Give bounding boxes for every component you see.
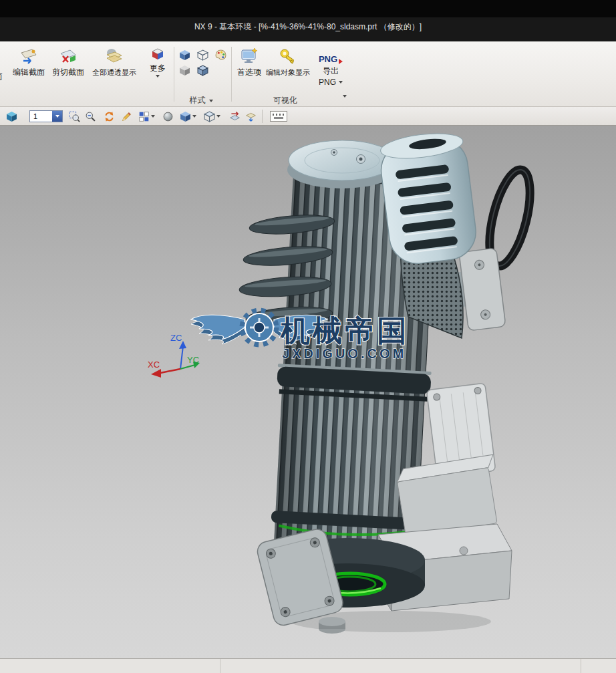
wireframe-view-caret[interactable] <box>216 115 220 118</box>
coordinate-triad: ZC XC YC <box>148 333 200 378</box>
clip-section-label: 剪切截面 <box>52 68 84 77</box>
more-icon <box>150 47 165 61</box>
statusbar-cell-left <box>0 659 220 673</box>
export-png-button[interactable]: PNG 导出 PNG <box>313 47 349 87</box>
hidden-edge-style-button[interactable] <box>197 65 208 76</box>
export-png-arrow-icon <box>339 59 343 64</box>
axis-z-label: ZC <box>170 333 182 343</box>
view-toolbar: 1 <box>0 107 616 126</box>
watermark-title: 机械帝国 <box>279 314 409 347</box>
preferences-label: 首选项 <box>237 68 261 77</box>
export-label-line1: 导出 <box>323 66 339 76</box>
grid-style-icon <box>138 111 150 122</box>
ribbon-separator <box>231 47 232 102</box>
watermark: 机械帝国 JXDIGUO.COM <box>191 311 409 361</box>
wireframe-style-button[interactable] <box>197 49 208 61</box>
clip-section-button[interactable]: 剪切截面 <box>49 47 87 77</box>
refresh-icon <box>104 111 115 122</box>
export-png-icon: PNG <box>319 47 343 64</box>
show-through-all-button[interactable]: 全部通透显示 <box>88 47 140 77</box>
top-dome <box>287 140 397 188</box>
visualization-group-label[interactable]: 可视化 <box>235 95 335 106</box>
slotted-housing <box>377 130 479 267</box>
gray-shaded-style-button[interactable] <box>179 65 190 76</box>
render-style-button[interactable] <box>160 109 175 124</box>
export-label-line2: PNG <box>319 78 336 87</box>
shaded-view-caret[interactable] <box>192 115 196 118</box>
viewport-3d[interactable]: 机械帝国 JXDIGUO.COM ZC XC YC <box>0 126 616 658</box>
clip-tool-button[interactable] <box>243 109 258 124</box>
show-through-all-label: 全部通透显示 <box>92 68 136 77</box>
window-titlebar: NX 9 - 基本环境 - [%-41%-36%-41%-80_sldasm.p… <box>0 17 616 41</box>
zoom-icon <box>85 111 96 122</box>
upper-bracket <box>459 248 506 331</box>
axis-y-label: YC <box>187 355 199 365</box>
view-cube-icon <box>6 111 17 122</box>
statusbar-cell-middle <box>220 659 581 673</box>
edit-section-icon <box>19 47 38 65</box>
clip-tool-icon <box>245 111 257 122</box>
pencil-icon <box>121 111 132 122</box>
more-button[interactable]: 更多 <box>143 47 172 78</box>
edit-object-display-label: 编辑对象显示 <box>266 68 310 77</box>
wireframe-view-button[interactable] <box>202 109 216 124</box>
keyboard-icon <box>270 111 287 122</box>
wireframe-view-icon <box>204 111 215 122</box>
more-label: 更多 <box>150 63 166 73</box>
preferences-button[interactable]: 首选项 <box>234 47 265 77</box>
fit-view-icon <box>69 111 80 122</box>
viewport-canvas: 机械帝国 JXDIGUO.COM ZC XC YC <box>0 126 616 658</box>
show-through-all-icon <box>105 47 124 65</box>
edit-section-button[interactable]: 编辑截面 <box>9 47 48 77</box>
scale-combo[interactable]: 1 <box>29 110 63 122</box>
section-tool-icon <box>229 111 241 122</box>
keyboard-button[interactable] <box>269 109 289 124</box>
palette-button[interactable] <box>215 49 226 61</box>
grid-style-caret[interactable] <box>151 115 155 118</box>
preferences-icon <box>240 47 259 65</box>
pencil-button[interactable] <box>119 109 134 124</box>
zoom-button[interactable] <box>83 109 98 124</box>
scale-combo-dropdown[interactable] <box>52 111 62 122</box>
more-dropdown-caret <box>156 75 160 78</box>
export-dropdown-caret <box>339 81 343 84</box>
watermark-subtitle: JXDIGUO.COM <box>282 346 406 361</box>
clip-section-icon <box>59 47 78 65</box>
ribbon-separator <box>174 47 174 102</box>
fit-view-button[interactable] <box>67 109 82 124</box>
shaded-view-button[interactable] <box>178 109 192 124</box>
shaded-style-button[interactable] <box>179 49 190 61</box>
status-bar <box>0 658 616 673</box>
window-title: NX 9 - 基本环境 - [%-41%-36%-41%-80_sldasm.p… <box>194 21 422 33</box>
style-group <box>178 49 227 76</box>
style-group-label[interactable]: 样式 <box>172 95 230 106</box>
shaded-view-icon <box>180 111 191 122</box>
window-top-strip <box>0 0 616 17</box>
watermark-gear-icon <box>243 311 276 344</box>
toolbar-separator <box>262 110 263 123</box>
statusbar-cell-right <box>581 659 616 673</box>
ribbon-partial-button[interactable]: 面 <box>0 47 7 100</box>
cad-model[interactable] <box>239 130 538 634</box>
render-style-icon <box>162 111 174 122</box>
edit-object-display-button[interactable]: 编辑对象显示 <box>266 47 310 77</box>
edit-object-display-icon <box>279 47 297 65</box>
ribbon: 面 编辑截面 剪切截面 全部通透显示 更多 <box>0 41 616 107</box>
style-group-caret <box>209 100 213 102</box>
ribbon-partial-label: 面 <box>0 71 3 83</box>
visualization-group-caret[interactable] <box>339 95 350 98</box>
view-cube-button[interactable] <box>4 109 19 124</box>
axis-x-label: XC <box>148 360 160 370</box>
refresh-button[interactable] <box>102 109 116 124</box>
section-tool-button[interactable] <box>227 109 242 124</box>
edit-section-label: 编辑截面 <box>13 68 45 77</box>
scale-combo-value: 1 <box>30 111 52 122</box>
grid-style-button[interactable] <box>136 109 151 124</box>
